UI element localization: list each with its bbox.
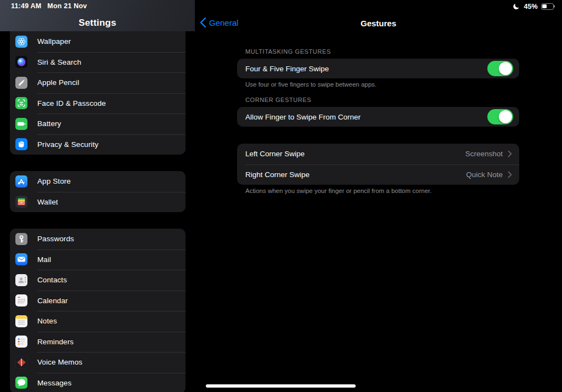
sidebar-item-reminders[interactable]: Reminders: [10, 332, 186, 353]
chevron-right-icon: [508, 150, 512, 157]
row-label: Right Corner Swipe: [245, 171, 466, 179]
sidebar-item-messages[interactable]: Messages: [10, 373, 186, 392]
toggle-knob: [499, 62, 512, 75]
sidebar-item-mail[interactable]: Mail: [10, 249, 186, 270]
row-left-corner-swipe[interactable]: Left Corner Swipe Screenshot: [237, 144, 519, 164]
sidebar-item-label: Mail: [37, 255, 51, 264]
sidebar-group-1: Wallpaper Siri & Search Apple Pencil Fac…: [10, 31, 186, 155]
passwords-icon: [15, 233, 27, 245]
section-footer-corner-actions: Actions when you swipe your finger or pe…: [245, 188, 431, 194]
face-id-icon: [15, 97, 27, 109]
row-value: Screenshot: [465, 150, 503, 158]
sidebar-item-label: Contacts: [37, 276, 67, 284]
sidebar-item-label: Siri & Search: [37, 58, 81, 66]
wallpaper-icon: [15, 36, 27, 48]
sidebar: Settings Wallpaper Siri & Search Apple P…: [0, 0, 195, 392]
chevron-right-icon: [508, 171, 512, 178]
voice-memos-icon: [15, 356, 27, 368]
sidebar-group-3: Passwords Mail Contacts Calendar Notes R…: [10, 229, 186, 392]
sidebar-item-label: Calendar: [37, 297, 68, 305]
row-label: Four & Five Finger Swipe: [245, 65, 487, 73]
sidebar-item-label: Wallet: [37, 198, 58, 206]
battery-body: [541, 3, 554, 10]
row-right-corner-swipe[interactable]: Right Corner Swipe Quick Note: [237, 164, 519, 185]
toggle-knob: [499, 110, 512, 123]
sidebar-item-label: Face ID & Passcode: [37, 99, 106, 107]
sidebar-item-face-id[interactable]: Face ID & Passcode: [10, 93, 186, 114]
home-indicator[interactable]: [206, 384, 356, 388]
row-label: Allow Finger to Swipe From Corner: [245, 113, 487, 121]
sidebar-item-label: App Store: [37, 177, 71, 185]
wallet-icon: [15, 196, 27, 208]
sidebar-title: Settings: [0, 18, 195, 29]
sidebar-item-passwords[interactable]: Passwords: [10, 229, 186, 249]
sidebar-item-label: Reminders: [37, 338, 74, 346]
messages-icon: [15, 377, 27, 389]
status-left: 11:49 AM Mon 21 Nov: [11, 2, 87, 10]
corner-swipe-group: Left Corner Swipe Screenshot Right Corne…: [237, 144, 519, 185]
status-time: 11:49 AM: [11, 2, 41, 10]
status-right: 45%: [513, 2, 555, 10]
sidebar-item-privacy-security[interactable]: Privacy & Security: [10, 134, 186, 155]
sidebar-item-apple-pencil[interactable]: Apple Pencil: [10, 72, 186, 93]
sidebar-item-voice-memos[interactable]: Voice Memos: [10, 352, 186, 373]
sidebar-item-label: Voice Memos: [37, 358, 82, 366]
battery-icon: [15, 118, 27, 130]
row-allow-finger-swipe-corner: Allow Finger to Swipe From Corner: [237, 107, 519, 127]
ipad-settings-screen: Settings Wallpaper Siri & Search Apple P…: [0, 0, 562, 392]
section-header-corner: CORNER GESTURES: [245, 96, 311, 103]
privacy-icon: [15, 138, 27, 150]
row-four-five-finger-swipe: Four & Five Finger Swipe: [237, 59, 519, 78]
sidebar-item-siri[interactable]: Siri & Search: [10, 52, 186, 73]
reminders-icon: [15, 336, 27, 348]
sidebar-item-app-store[interactable]: App Store: [10, 171, 186, 192]
sidebar-item-label: Battery: [37, 120, 61, 128]
calendar-icon: [15, 294, 27, 306]
status-date: Mon 21 Nov: [47, 2, 87, 10]
section-header-multitasking: MULTITASKING GESTURES: [245, 48, 331, 55]
siri-icon: [15, 56, 27, 68]
battery-percent: 45%: [524, 3, 538, 10]
sidebar-item-wallet[interactable]: Wallet: [10, 192, 186, 213]
moon-icon: [513, 2, 521, 10]
mail-icon: [15, 253, 27, 265]
sidebar-item-label: Messages: [37, 379, 71, 387]
app-store-icon: [15, 175, 27, 188]
section-footer-multitasking: Use four or five fingers to swipe betwee…: [245, 81, 376, 88]
sidebar-item-label: Notes: [37, 317, 57, 325]
sidebar-item-wallpaper[interactable]: Wallpaper: [10, 31, 186, 52]
battery-nub: [554, 5, 555, 7]
sidebar-item-notes[interactable]: Notes: [10, 311, 186, 332]
sidebar-item-contacts[interactable]: Contacts: [10, 270, 186, 291]
sidebar-group-2: App Store Wallet: [10, 171, 186, 212]
sidebar-item-label: Wallpaper: [37, 37, 71, 46]
sidebar-item-battery[interactable]: Battery: [10, 113, 186, 134]
sidebar-item-calendar[interactable]: Calendar: [10, 291, 186, 311]
contacts-icon: [15, 274, 27, 286]
page-title: Gestures: [195, 19, 562, 28]
notes-icon: [15, 315, 27, 327]
four-five-finger-swipe-toggle[interactable]: [487, 61, 513, 76]
status-bar: 11:49 AM Mon 21 Nov 45%: [0, 0, 562, 13]
battery-icon: [541, 3, 555, 10]
allow-finger-swipe-corner-toggle[interactable]: [487, 109, 513, 124]
gestures-pane: General Gestures MULTITASKING GESTURES F…: [195, 0, 562, 392]
battery-fill: [542, 4, 547, 8]
sidebar-item-label: Privacy & Security: [37, 140, 98, 149]
sidebar-item-label: Apple Pencil: [37, 78, 79, 87]
row-value: Quick Note: [466, 171, 503, 179]
row-label: Left Corner Swipe: [245, 150, 465, 158]
sidebar-item-label: Passwords: [37, 235, 74, 243]
apple-pencil-icon: [15, 77, 27, 89]
